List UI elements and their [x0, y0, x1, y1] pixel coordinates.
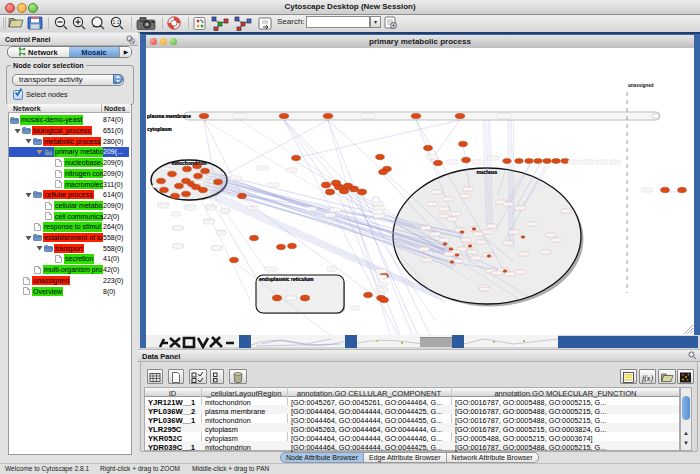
svg-text:unassigned: unassigned [628, 83, 654, 88]
svg-text:cytoplasm: cytoplasm [147, 126, 172, 132]
svg-text:f(x): f(x) [642, 374, 653, 383]
svg-text:plasma membrane: plasma membrane [147, 113, 191, 119]
svg-text:endoplasmic reticulum: endoplasmic reticulum [259, 276, 314, 282]
svg-text:mitochondrion: mitochondrion [172, 160, 207, 166]
svg-text:1:1: 1:1 [113, 19, 120, 25]
svg-text:nucleus: nucleus [477, 169, 498, 175]
